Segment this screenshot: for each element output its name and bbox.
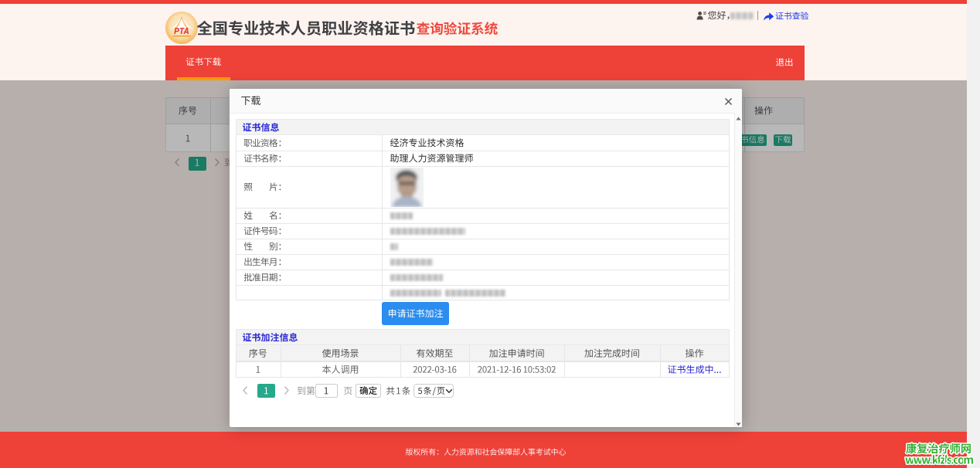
svg-text:PTA: PTA [174, 27, 189, 36]
